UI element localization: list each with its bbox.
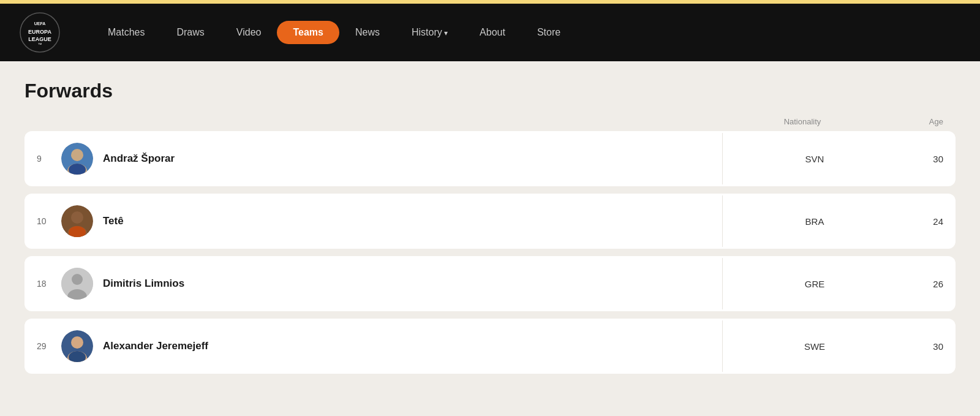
avatar [61,268,93,300]
player-info: 10 Tetê [24,195,723,247]
avatar [61,143,93,175]
nav-history[interactable]: History [396,27,464,38]
navigation: UEFA EUROPA LEAGUE ™ Matches Draws Video… [0,4,980,61]
svg-text:™: ™ [38,42,42,47]
nav-about[interactable]: About [464,27,521,38]
player-age: 24 [907,216,956,227]
player-age: 30 [907,154,956,164]
col-nationality-header: Nationality [710,117,894,126]
player-info: 29 Alexander Jeremejeff [24,320,723,372]
player-nationality: BRA [723,216,907,227]
player-number: 9 [37,154,51,164]
player-age: 30 [907,341,956,352]
player-nationality: GRE [723,279,907,289]
avatar [61,205,93,237]
player-name: Dimitris Limnios [103,278,184,290]
table-row[interactable]: 9 Andraž Šporar SVN 30 [24,131,956,186]
svg-point-17 [71,336,83,349]
section-title: Forwards [24,80,956,102]
player-nationality: SWE [723,341,907,352]
svg-point-6 [71,149,83,161]
player-name: Tetê [103,215,124,227]
player-age: 26 [907,279,956,289]
nav-matches[interactable]: Matches [92,27,160,38]
main-content: Forwards Nationality Age 9 Andraž Šporar… [0,61,980,399]
nav-store[interactable]: Store [521,27,576,38]
player-info: 18 Dimitris Limnios [24,258,723,309]
svg-text:EUROPA: EUROPA [28,29,51,35]
col-age-header: Age [907,117,943,126]
player-number: 29 [37,341,51,351]
svg-text:LEAGUE: LEAGUE [28,36,51,42]
table-header: Nationality Age [24,117,956,126]
table-row[interactable]: 29 Alexander Jeremejeff SWE 30 [24,319,956,374]
svg-point-14 [72,274,83,285]
logo[interactable]: UEFA EUROPA LEAGUE ™ [12,12,67,53]
svg-text:UEFA: UEFA [34,21,46,26]
svg-point-10 [71,211,83,224]
nav-draws[interactable]: Draws [160,27,220,38]
avatar [61,330,93,362]
nav-links: Matches Draws Video Teams News History A… [92,21,968,44]
player-number: 10 [37,216,51,226]
table-row[interactable]: 10 Tetê BRA 24 [24,194,956,249]
nav-video[interactable]: Video [221,27,277,38]
player-nationality: SVN [723,154,907,164]
player-name: Alexander Jeremejeff [103,340,208,352]
player-name: Andraž Šporar [103,153,175,165]
table-row[interactable]: 18 Dimitris Limnios GRE 26 [24,256,956,311]
player-info: 9 Andraž Šporar [24,133,723,184]
player-number: 18 [37,279,51,289]
nav-teams[interactable]: Teams [277,21,339,44]
nav-news[interactable]: News [339,27,396,38]
